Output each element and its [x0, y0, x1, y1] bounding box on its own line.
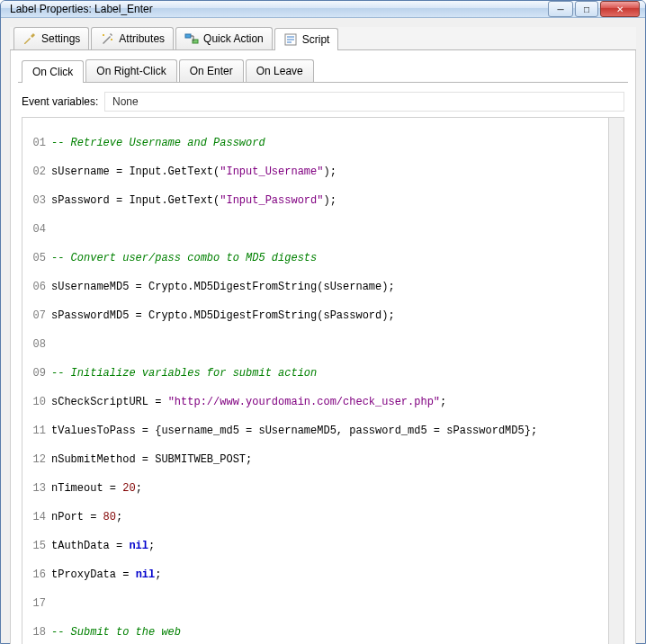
event-variables-value: None — [104, 92, 624, 112]
wrench-icon — [22, 31, 37, 46]
vertical-scrollbar[interactable] — [608, 118, 624, 644]
maximize-button[interactable]: □ — [575, 1, 598, 17]
tab-quick-action[interactable]: Quick Action — [175, 27, 273, 49]
event-variables-row: Event variables: None — [22, 92, 624, 112]
event-tabstrip: On Click On Right-Click On Enter On Leav… — [18, 59, 628, 83]
code-editor[interactable]: 01-- Retrieve Username and Password 02sU… — [22, 117, 624, 644]
tab-on-right-click[interactable]: On Right-Click — [85, 59, 176, 82]
content-area: Settings Attributes Quick Action Script … — [1, 18, 645, 644]
svg-rect-2 — [185, 34, 191, 38]
top-tabstrip: Settings Attributes Quick Action Script — [10, 27, 636, 50]
event-variables-label: Event variables: — [22, 95, 104, 108]
script-panel: On Click On Right-Click On Enter On Leav… — [10, 50, 636, 644]
tab-settings[interactable]: Settings — [13, 27, 89, 49]
dialog-window: Label Properties: Label_Enter ─ □ ✕ Sett… — [0, 0, 646, 644]
tab-attributes[interactable]: Attributes — [91, 27, 174, 49]
wand-icon — [100, 31, 114, 46]
tab-on-click[interactable]: On Click — [22, 60, 84, 83]
tab-script[interactable]: Script — [274, 28, 339, 50]
svg-point-1 — [111, 39, 112, 40]
action-icon — [184, 31, 199, 46]
svg-point-0 — [103, 34, 104, 36]
tab-on-enter[interactable]: On Enter — [179, 59, 244, 82]
script-icon — [283, 32, 298, 47]
minimize-button[interactable]: ─ — [548, 1, 573, 17]
window-title: Label Properties: Label_Enter — [10, 3, 548, 15]
tab-on-leave[interactable]: On Leave — [246, 59, 314, 82]
titlebar[interactable]: Label Properties: Label_Enter ─ □ ✕ — [1, 1, 645, 18]
close-button[interactable]: ✕ — [600, 1, 640, 17]
